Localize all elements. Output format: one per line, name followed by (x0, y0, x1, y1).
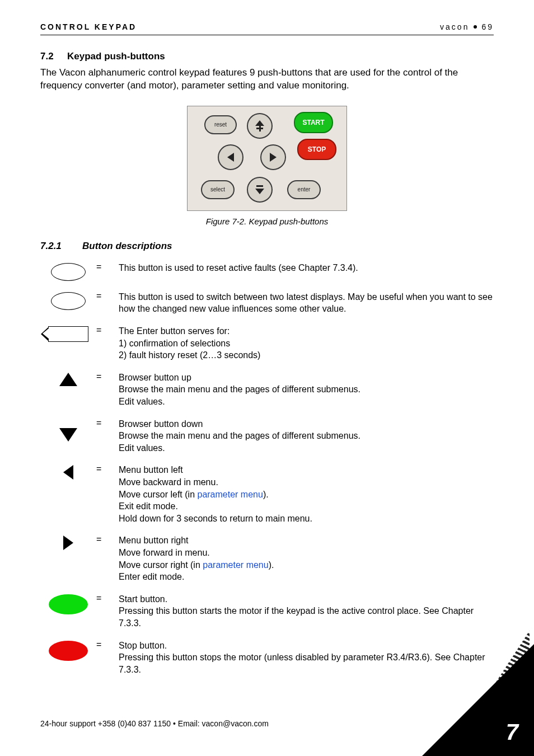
equals: = (96, 325, 119, 335)
section-title: 7.2Keypad push-buttons (40, 51, 494, 62)
equals: = (96, 291, 119, 301)
keypad-right-button (260, 144, 286, 170)
equals: = (96, 418, 119, 428)
subsection-heading: Button descriptions (82, 241, 172, 251)
keypad-enter-button: enter (287, 180, 321, 199)
keypad-select-button: select (201, 180, 235, 199)
keypad-reset-button: reset (204, 115, 237, 134)
dot-icon (474, 25, 477, 29)
header-rule (40, 35, 494, 35)
keypad-left-button (218, 144, 243, 170)
keypad-start-button: START (294, 112, 333, 133)
brand: vacon (440, 22, 469, 31)
select-icon (51, 292, 86, 310)
down-arrow-icon (59, 428, 77, 442)
equals: = (96, 593, 119, 603)
subsection-number: 7.2.1 (40, 241, 82, 252)
select-description: This button is used to switch between tw… (119, 291, 494, 315)
up-description: Browser button up Browse the main menu a… (119, 372, 494, 408)
parameter-menu-link[interactable]: parameter menu (203, 560, 268, 570)
header-right: vacon 69 (440, 22, 494, 31)
section-intro: The Vacon alphanumeric control keypad fe… (40, 67, 494, 92)
section-heading: Keypad push-buttons (67, 51, 165, 62)
subsection-title: 7.2.1Button descriptions (40, 241, 494, 252)
stop-button-icon (49, 641, 88, 661)
header-left: CONTROL KEYPAD (40, 22, 137, 31)
equals: = (96, 372, 119, 382)
start-description: Start button. Pressing this button start… (119, 593, 494, 630)
equals: = (96, 262, 119, 272)
down-description: Browser button down Browse the main menu… (119, 418, 494, 454)
page-number: 7 (506, 720, 518, 745)
left-description: Menu button left Move backward in menu. … (119, 464, 494, 524)
right-description: Menu button right Move forward in menu. … (119, 534, 494, 583)
keypad-figure: reset START STOP select enter (187, 106, 347, 211)
section-number: 7.2 (40, 51, 67, 62)
up-arrow-icon (59, 373, 77, 386)
equals: = (96, 464, 119, 474)
keypad-down-button (247, 177, 273, 203)
keypad-stop-button: STOP (297, 139, 336, 160)
equals: = (96, 640, 119, 650)
equals: = (96, 534, 119, 544)
right-arrow-icon (63, 536, 73, 550)
parameter-menu-link[interactable]: parameter menu (197, 490, 263, 499)
figure-caption: Figure 7-2. Keypad push-buttons (40, 217, 494, 226)
reset-icon (51, 263, 86, 281)
enter-icon (48, 326, 88, 342)
header-pagenum: 69 (481, 22, 494, 31)
start-button-icon (49, 594, 88, 614)
reset-description: This button is used to reset active faul… (119, 262, 494, 274)
enter-description: The Enter button serves for: 1) confirma… (119, 325, 494, 361)
keypad-up-button (247, 113, 273, 139)
left-arrow-icon (63, 465, 73, 480)
